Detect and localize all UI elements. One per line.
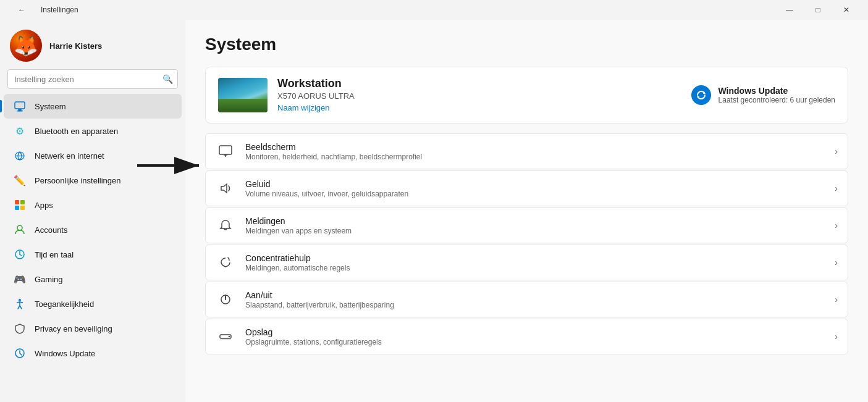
meldingen-text: Meldingen Meldingen van apps en systeem — [245, 216, 825, 235]
settings-item-beeldscherm[interactable]: Beeldscherm Monitoren, helderheid, nacht… — [205, 133, 848, 169]
sidebar-item-netwerk[interactable]: Netwerk en internet — [4, 143, 182, 168]
meldingen-title: Meldingen — [245, 216, 825, 226]
update-refresh-icon — [691, 85, 711, 105]
sidebar-item-accounts[interactable]: Accounts — [4, 217, 182, 242]
settings-item-opslag[interactable]: Opslag Opslagruimte, stations, configura… — [205, 319, 848, 354]
privacy-icon — [14, 322, 26, 335]
opslag-title: Opslag — [245, 327, 825, 337]
sidebar-item-systeem[interactable]: Systeem — [4, 94, 182, 119]
computer-card: Workstation X570 AORUS ULTRA Naam wijzig… — [205, 67, 848, 124]
search-icon: 🔍 — [162, 74, 173, 84]
sidebar-item-bluetooth[interactable]: ⚙ Bluetooth en apparaten — [4, 119, 182, 143]
settings-item-meldingen[interactable]: Meldingen Meldingen van apps en systeem … — [205, 207, 848, 243]
beeldscherm-chevron: › — [835, 146, 838, 156]
windows-update-section[interactable]: Windows Update Laatst gecontroleerd: 6 u… — [691, 85, 835, 105]
meldingen-icon — [216, 216, 235, 235]
concentratiehulp-text: Concentratiehulp Meldingen, automatische… — [245, 253, 825, 272]
opslag-text: Opslag Opslagruimte, stations, configura… — [245, 327, 825, 346]
sidebar-item-label-privacy: Privacy en beveiliging — [35, 324, 112, 333]
concentratiehulp-icon — [216, 253, 235, 272]
settings-item-aan-uit[interactable]: Aan/uit Slaapstand, batterijverbruik, ba… — [205, 282, 848, 317]
geluid-title: Geluid — [245, 179, 825, 189]
sidebar-item-gaming[interactable]: 🎮 Gaming — [4, 267, 182, 291]
sidebar-item-label-accounts: Accounts — [35, 225, 67, 235]
geluid-text: Geluid Volume niveaus, uitvoer, invoer, … — [245, 179, 825, 198]
user-section: Harrie Kisters — [0, 20, 185, 69]
geluid-icon — [216, 178, 235, 198]
persoonlijk-icon: ✏️ — [14, 174, 26, 186]
concentratiehulp-title: Concentratiehulp — [245, 253, 825, 263]
beeldscherm-desc: Monitoren, helderheid, nachtlamp, beelds… — [245, 153, 825, 161]
aan-uit-chevron: › — [835, 295, 838, 304]
svg-point-14 — [19, 299, 21, 301]
sidebar-item-apps[interactable]: Apps — [4, 193, 182, 217]
update-status: Laatst gecontroleerd: 6 uur geleden — [718, 96, 835, 104]
rename-link[interactable]: Naam wijzigen — [277, 103, 330, 112]
computer-model: Workstation — [277, 77, 355, 90]
toegankelijkheid-icon — [14, 298, 26, 310]
systeem-icon — [14, 100, 26, 112]
computer-details: Workstation X570 AORUS ULTRA Naam wijzig… — [277, 77, 355, 113]
sidebar-item-label-tijd: Tijd en taal — [35, 250, 74, 259]
concentratiehulp-chevron: › — [835, 258, 838, 267]
aan-uit-icon — [216, 290, 235, 309]
titlebar-left: ← Instellingen — [7, 0, 78, 20]
svg-rect-7 — [20, 200, 25, 204]
netwerk-icon — [14, 149, 26, 162]
svg-point-25 — [229, 336, 230, 337]
sidebar-item-label-toegankelijkheid: Toegankelijkheid — [35, 299, 94, 309]
beeldscherm-text: Beeldscherm Monitoren, helderheid, nacht… — [245, 142, 825, 161]
settings-list: Beeldscherm Monitoren, helderheid, nacht… — [205, 133, 848, 354]
computer-thumbnail — [218, 78, 268, 112]
page-title: Systeem — [205, 35, 848, 54]
svg-rect-4 — [17, 111, 23, 112]
sidebar-item-persoonlijk[interactable]: ✏️ Persoonlijke instellingen — [4, 168, 182, 193]
sidebar-item-label-systeem: Systeem — [35, 102, 66, 111]
svg-rect-3 — [18, 109, 22, 111]
search-input[interactable] — [7, 69, 178, 89]
bluetooth-icon: ⚙ — [14, 125, 26, 137]
content-area: Systeem Workstation X570 AORUS ULTRA Naa… — [185, 20, 868, 402]
sidebar-item-windows-update[interactable]: Windows Update — [4, 341, 182, 366]
sidebar-item-label-gaming: Gaming — [35, 275, 63, 284]
titlebar-title: Instellingen — [41, 6, 78, 14]
apps-icon — [14, 199, 26, 211]
sidebar-item-tijd[interactable]: Tijd en taal — [4, 242, 182, 267]
thumbnail-image — [218, 78, 268, 112]
minimize-button[interactable]: — — [775, 0, 804, 20]
beeldscherm-title: Beeldscherm — [245, 142, 825, 152]
gaming-icon: 🎮 — [14, 273, 26, 285]
back-button[interactable]: ← — [7, 0, 36, 20]
search-box: 🔍 — [7, 69, 178, 89]
sidebar-nav: Systeem ⚙ Bluetooth en apparaten Netwerk — [0, 94, 185, 366]
maximize-button[interactable]: □ — [804, 0, 832, 20]
sidebar-item-privacy[interactable]: Privacy en beveiliging — [4, 316, 182, 341]
sidebar-item-toegankelijkheid[interactable]: Toegankelijkheid — [4, 291, 182, 316]
sidebar: Harrie Kisters 🔍 Systeem — [0, 20, 185, 402]
svg-rect-8 — [15, 206, 19, 210]
titlebar: ← Instellingen — □ ✕ — [0, 0, 868, 20]
update-title: Windows Update — [718, 86, 835, 96]
meldingen-desc: Meldingen van apps en systeem — [245, 227, 825, 235]
settings-item-geluid[interactable]: Geluid Volume niveaus, uitvoer, invoer, … — [205, 170, 848, 206]
geluid-chevron: › — [835, 183, 838, 193]
meldingen-chevron: › — [835, 220, 838, 230]
sidebar-item-label-persoonlijk: Persoonlijke instellingen — [35, 176, 120, 185]
tijd-icon — [14, 248, 26, 261]
close-button[interactable]: ✕ — [832, 0, 861, 20]
svg-rect-26 — [220, 339, 231, 340]
opslag-desc: Opslagruimte, stations, configuratierege… — [245, 338, 825, 346]
svg-rect-18 — [219, 146, 232, 154]
svg-rect-6 — [15, 200, 19, 204]
geluid-desc: Volume niveaus, uitvoer, invoer, geluids… — [245, 190, 825, 198]
avatar — [10, 30, 42, 62]
svg-point-10 — [17, 225, 22, 230]
update-text: Windows Update Laatst gecontroleerd: 6 u… — [718, 86, 835, 104]
opslag-icon — [216, 327, 235, 346]
svg-rect-9 — [20, 206, 25, 210]
settings-item-concentratiehulp[interactable]: Concentratiehulp Meldingen, automatische… — [205, 245, 848, 280]
titlebar-controls: — □ ✕ — [775, 0, 861, 20]
avatar-image — [10, 30, 42, 62]
beeldscherm-icon — [216, 141, 235, 161]
aan-uit-title: Aan/uit — [245, 290, 825, 300]
